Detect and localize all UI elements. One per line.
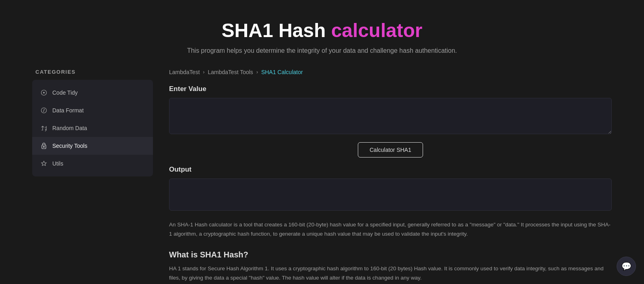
breadcrumb-sha1-calculator: SHA1 Calculator	[261, 69, 303, 75]
input-label: Enter Value	[169, 85, 612, 93]
what-is-text: HA 1 stands for Secure Hash Algorithm 1.…	[169, 264, 612, 283]
sidebar: CATEGORIES Code Tidy Dat	[32, 69, 153, 176]
sidebar-label-random-data: Random Data	[52, 125, 87, 131]
page-subtitle: This program helps you determine the int…	[8, 47, 636, 54]
sidebar-item-code-tidy[interactable]: Code Tidy	[32, 84, 153, 102]
svg-point-1	[43, 92, 45, 93]
sidebar-label-security-tools: Security Tools	[52, 143, 87, 149]
utils-icon	[40, 160, 47, 167]
sidebar-item-security-tools[interactable]: Security Tools	[32, 137, 153, 155]
output-section: Output	[169, 166, 612, 211]
sidebar-menu: Code Tidy Data Format Random Data	[32, 80, 153, 176]
sidebar-item-data-format[interactable]: Data Format	[32, 102, 153, 119]
main-layout: CATEGORIES Code Tidy Dat	[0, 69, 644, 283]
sidebar-label-code-tidy: Code Tidy	[52, 89, 78, 96]
random-data-icon	[40, 124, 47, 132]
description-text: An SHA-1 Hash calculator is a tool that …	[169, 220, 612, 239]
security-tools-icon	[40, 142, 47, 149]
content-area: LambdaTest › LambdaTest Tools › SHA1 Cal…	[169, 69, 612, 283]
svg-point-4	[43, 146, 44, 147]
breadcrumb-lambdatest-tools[interactable]: LambdaTest Tools	[208, 69, 253, 75]
sidebar-item-utils[interactable]: Utils	[32, 155, 153, 172]
title-plain: SHA1 Hash	[222, 20, 326, 41]
page-title: SHA1 Hash calculator	[8, 19, 636, 41]
sidebar-item-random-data[interactable]: Random Data	[32, 119, 153, 137]
data-format-icon	[40, 107, 47, 114]
breadcrumb: LambdaTest › LambdaTest Tools › SHA1 Cal…	[169, 69, 612, 75]
chat-icon: 💬	[621, 261, 632, 271]
sidebar-label-utils: Utils	[52, 160, 63, 167]
breadcrumb-sep-1: ›	[203, 69, 204, 75]
title-highlight: calculator	[331, 20, 423, 41]
sidebar-title: CATEGORIES	[32, 69, 153, 75]
sidebar-label-data-format: Data Format	[52, 107, 84, 114]
input-section: Enter Value Calculator SHA1	[169, 85, 612, 158]
output-label: Output	[169, 166, 612, 174]
value-input[interactable]	[169, 98, 612, 134]
chat-button[interactable]: 💬	[617, 257, 636, 276]
breadcrumb-lambdatest[interactable]: LambdaTest	[169, 69, 200, 75]
output-box	[169, 178, 612, 211]
page-header: SHA1 Hash calculator This program helps …	[0, 0, 644, 69]
breadcrumb-sep-2: ›	[256, 69, 258, 75]
calculate-button[interactable]: Calculator SHA1	[358, 142, 423, 158]
code-tidy-icon	[40, 89, 47, 96]
what-is-title: What is SHA1 Hash?	[169, 250, 612, 259]
svg-marker-5	[41, 161, 46, 166]
